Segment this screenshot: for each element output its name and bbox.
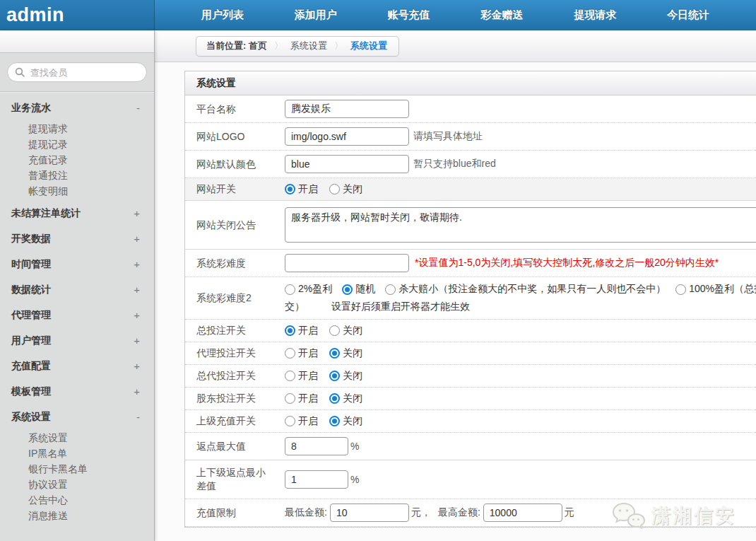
max-amount-input[interactable] [483, 504, 562, 522]
expand-icon[interactable]: + [134, 285, 140, 295]
sidebar-section-template-management[interactable]: 模板管理 + [0, 379, 154, 405]
radio-total-bet-on[interactable] [285, 325, 295, 336]
radio-parent-recharge-on[interactable] [285, 416, 295, 426]
expand-icon[interactable]: + [134, 209, 140, 219]
radio-parent-recharge-off[interactable] [329, 416, 340, 426]
search-input[interactable] [29, 66, 139, 78]
radio-general-agent-bet-off[interactable] [329, 371, 340, 381]
sidebar-item-announcement-center[interactable]: 公告中心 [28, 492, 154, 508]
sidebar-item-agreement-settings[interactable]: 协议设置 [28, 477, 154, 492]
radio-difficulty2-profit2[interactable] [285, 284, 295, 295]
row-platform-name: 平台名称 [185, 95, 756, 123]
radio-site-switch-on[interactable] [285, 184, 295, 194]
field-label: 代理投注开关 [196, 347, 285, 360]
radio-difficulty2-kill-big[interactable] [385, 284, 396, 295]
field-label: 股东投注开关 [196, 392, 285, 405]
panel-title: 系统设置 [185, 71, 756, 95]
expand-icon[interactable]: + [134, 234, 140, 244]
sidebar: 业务流水 - 提现请求 提现记录 充值记录 普通投注 帐变明细 未结算注单统计 … [0, 30, 155, 541]
field-label: 总投注开关 [196, 324, 285, 337]
row-parent-recharge-switch: 上级充值开关 开启 关闭 [185, 410, 756, 433]
sidebar-section-data-stats[interactable]: 数据统计 + [0, 277, 154, 303]
nav-add-user[interactable]: 添加用户 [295, 8, 337, 22]
member-search-box[interactable] [7, 62, 147, 82]
default-color-input[interactable] [285, 155, 409, 173]
sidebar-item-system-settings[interactable]: 系统设置 [28, 430, 154, 446]
sidebar-section-recharge-config[interactable]: 充值配置 + [0, 354, 154, 379]
field-hint: 暂只支持blue和red [413, 158, 496, 170]
field-label: 系统彩难度 [196, 257, 285, 270]
difficulty-input[interactable] [285, 254, 409, 272]
field-label: 网站默认颜色 [196, 158, 285, 171]
radio-total-bet-off[interactable] [329, 325, 340, 336]
sidebar-item-withdraw-record[interactable]: 提现记录 [28, 136, 154, 152]
breadcrumb-parent[interactable]: 系统设置 [290, 40, 327, 52]
breadcrumb-location: 当前位置: 首页 [206, 40, 267, 52]
sidebar-item-normal-bet[interactable]: 普通投注 [28, 168, 154, 183]
radio-difficulty2-profit100[interactable] [675, 284, 686, 295]
search-icon [15, 67, 25, 77]
breadcrumb-bar: 当前位置: 首页 〉 系统设置 〉 系统设置 [155, 30, 756, 62]
field-label: 上下级返点最小差值 [196, 466, 285, 493]
yuan-unit: 元 [565, 506, 574, 519]
sidebar-section-lottery-data[interactable]: 开奖数据 + [0, 226, 154, 252]
expand-icon[interactable]: + [134, 336, 140, 346]
field-label: 充值限制 [196, 506, 285, 520]
collapse-icon[interactable]: - [136, 412, 140, 422]
expand-icon[interactable]: + [134, 310, 140, 320]
expand-icon[interactable]: + [134, 361, 140, 371]
expand-icon[interactable]: + [134, 260, 140, 269]
admin-app: admin 用户列表 添加用户 账号充值 彩金赠送 提现请求 今日统计 [0, 0, 756, 541]
radio-agent-bet-off[interactable] [329, 348, 340, 359]
nav-user-list[interactable]: 用户列表 [201, 8, 244, 22]
radio-shareholder-bet-on[interactable] [285, 393, 295, 404]
sidebar-item-ip-blacklist[interactable]: IP黑名单 [28, 446, 154, 461]
top-navigation: 用户列表 添加用户 账号充值 彩金赠送 提现请求 今日统计 [155, 0, 756, 30]
radio-agent-bet-on[interactable] [285, 348, 295, 359]
sidebar-item-recharge-record[interactable]: 充值记录 [28, 152, 154, 168]
collapse-icon[interactable]: - [136, 103, 140, 113]
radio-shareholder-bet-off[interactable] [329, 393, 340, 404]
platform-name-input[interactable] [285, 100, 409, 118]
nav-account-recharge[interactable]: 账号充值 [388, 8, 430, 22]
sidebar-section-agent-management[interactable]: 代理管理 + [0, 303, 154, 328]
field-label: 平台名称 [196, 103, 285, 116]
row-site-logo: 网站LOGO 请填写具体地址 [185, 123, 756, 151]
nav-withdraw-request[interactable]: 提现请求 [574, 8, 616, 22]
sidebar-menu: 业务流水 - 提现请求 提现记录 充值记录 普通投注 帐变明细 未结算注单统计 … [0, 95, 154, 523]
yuan-unit: 元， [411, 506, 431, 519]
field-label: 系统彩难度2 [196, 291, 285, 305]
sidebar-divider [0, 91, 154, 92]
sidebar-section-unsettled-bets[interactable]: 未结算注单统计 + [0, 201, 154, 226]
main-content: 系统设置 平台名称 网站LOGO 请填写具体地址 [155, 62, 756, 541]
expand-icon[interactable]: + [134, 387, 140, 397]
min-amount-label: 最低金额: [285, 506, 327, 519]
sidebar-item-account-change-detail[interactable]: 帐变明细 [28, 183, 154, 199]
sidebar-top-strip [0, 30, 154, 53]
sidebar-section-business-flow[interactable]: 业务流水 - [0, 95, 154, 121]
sidebar-section-time-management[interactable]: 时间管理 + [0, 252, 154, 277]
sidebar-item-message-push[interactable]: 消息推送 [28, 508, 154, 523]
sidebar-item-withdraw-request[interactable]: 提现请求 [28, 121, 154, 136]
nav-bonus-gift[interactable]: 彩金赠送 [480, 8, 523, 22]
row-max-rebate: 返点最大值 % [185, 433, 756, 460]
nav-today-stats[interactable]: 今日统计 [667, 8, 709, 22]
chevron-right-icon: 〉 [274, 40, 283, 52]
close-notice-textarea[interactable]: 服务器升级，网站暂时关闭，敬请期待. [285, 207, 756, 243]
sidebar-section-user-management[interactable]: 用户管理 + [0, 328, 154, 354]
percent-unit: % [350, 441, 359, 452]
sidebar-item-bankcard-blacklist[interactable]: 银行卡黑名单 [28, 461, 154, 477]
app-logo: admin [0, 0, 155, 30]
min-amount-input[interactable] [330, 504, 409, 522]
site-logo-input[interactable] [285, 127, 409, 146]
field-hint: 请填写具体地址 [413, 130, 483, 143]
min-rebate-diff-input[interactable] [285, 470, 348, 489]
field-label: 上级充值开关 [196, 414, 285, 428]
max-rebate-input[interactable] [285, 437, 348, 455]
radio-general-agent-bet-on[interactable] [285, 371, 295, 381]
radio-difficulty2-random[interactable] [342, 284, 353, 295]
field-label: 总代投注开关 [196, 369, 285, 383]
field-label: 网站关闭公告 [196, 219, 285, 232]
radio-site-switch-off[interactable] [329, 184, 340, 194]
sidebar-section-system-settings[interactable]: 系统设置 - [0, 405, 154, 430]
